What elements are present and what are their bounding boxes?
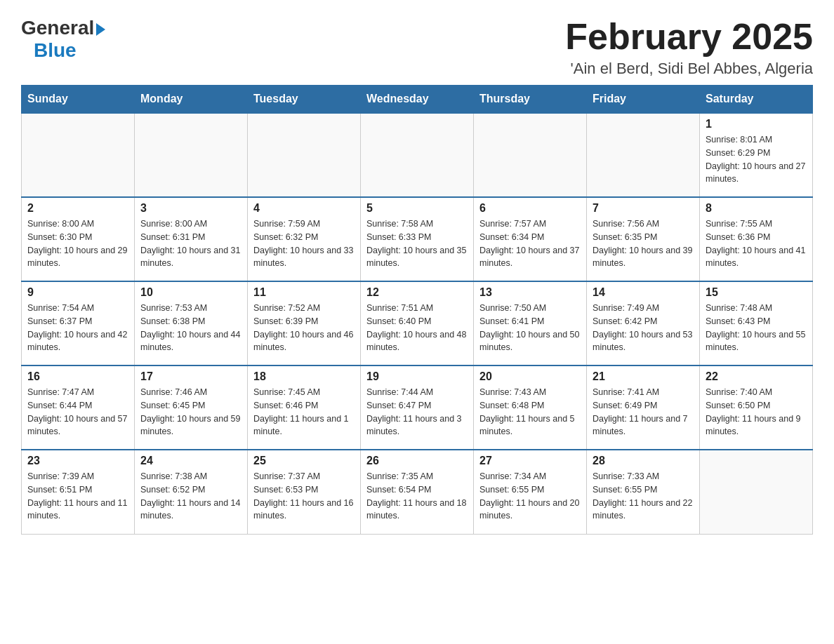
day-number: 3: [140, 202, 241, 215]
calendar-cell: 16Sunrise: 7:47 AMSunset: 6:44 PMDayligh…: [22, 365, 135, 450]
day-info: Sunrise: 8:00 AMSunset: 6:30 PMDaylight:…: [27, 217, 128, 270]
day-info: Sunrise: 8:00 AMSunset: 6:31 PMDaylight:…: [140, 217, 241, 270]
day-info: Sunrise: 7:37 AMSunset: 6:53 PMDaylight:…: [253, 470, 355, 523]
day-number: 7: [593, 202, 694, 215]
calendar-table: Sunday Monday Tuesday Wednesday Thursday…: [21, 85, 813, 535]
day-info: Sunrise: 7:48 AMSunset: 6:43 PMDaylight:…: [706, 302, 807, 354]
col-saturday: Saturday: [700, 86, 813, 114]
day-number: 18: [253, 370, 355, 383]
logo-general-text: General: [21, 17, 94, 39]
calendar-cell: 23Sunrise: 7:39 AMSunset: 6:51 PMDayligh…: [22, 450, 135, 534]
day-number: 5: [366, 202, 468, 215]
day-info: Sunrise: 7:54 AMSunset: 6:37 PMDaylight:…: [27, 302, 128, 354]
day-number: 12: [366, 286, 468, 299]
day-info: Sunrise: 7:57 AMSunset: 6:34 PMDaylight:…: [479, 217, 581, 270]
calendar-cell: 11Sunrise: 7:52 AMSunset: 6:39 PMDayligh…: [248, 281, 361, 365]
day-number: 28: [593, 455, 694, 467]
calendar-week-row-3: 9Sunrise: 7:54 AMSunset: 6:37 PMDaylight…: [22, 281, 813, 365]
day-number: 19: [366, 370, 468, 383]
day-number: 20: [479, 370, 581, 383]
logo: General Blue: [21, 17, 105, 62]
day-info: Sunrise: 7:52 AMSunset: 6:39 PMDaylight:…: [253, 302, 355, 354]
day-number: 8: [706, 202, 807, 215]
col-monday: Monday: [135, 86, 248, 114]
day-info: Sunrise: 7:59 AMSunset: 6:32 PMDaylight:…: [253, 217, 355, 270]
col-tuesday: Tuesday: [248, 86, 361, 114]
calendar-cell: 8Sunrise: 7:55 AMSunset: 6:36 PMDaylight…: [700, 197, 813, 281]
calendar-cell: 7Sunrise: 7:56 AMSunset: 6:35 PMDaylight…: [587, 197, 700, 281]
calendar-cell: [474, 113, 587, 197]
day-info: Sunrise: 7:40 AMSunset: 6:50 PMDaylight:…: [706, 386, 807, 438]
calendar-cell: 25Sunrise: 7:37 AMSunset: 6:53 PMDayligh…: [248, 450, 361, 534]
day-number: 26: [366, 455, 468, 467]
calendar-cell: [361, 113, 474, 197]
calendar-cell: 10Sunrise: 7:53 AMSunset: 6:38 PMDayligh…: [135, 281, 248, 365]
day-info: Sunrise: 7:47 AMSunset: 6:44 PMDaylight:…: [27, 386, 128, 438]
day-info: Sunrise: 7:50 AMSunset: 6:41 PMDaylight:…: [479, 302, 581, 354]
day-info: Sunrise: 7:41 AMSunset: 6:49 PMDaylight:…: [593, 386, 694, 438]
day-number: 6: [479, 202, 581, 215]
calendar-cell: 1Sunrise: 8:01 AMSunset: 6:29 PMDaylight…: [700, 113, 813, 197]
calendar-cell: 27Sunrise: 7:34 AMSunset: 6:55 PMDayligh…: [474, 450, 587, 534]
day-number: 16: [27, 370, 128, 383]
calendar-cell: 17Sunrise: 7:46 AMSunset: 6:45 PMDayligh…: [135, 365, 248, 450]
day-number: 21: [593, 370, 694, 383]
logo-blue-text: Blue: [34, 39, 77, 61]
calendar-week-row-5: 23Sunrise: 7:39 AMSunset: 6:51 PMDayligh…: [22, 450, 813, 534]
calendar-cell: 3Sunrise: 8:00 AMSunset: 6:31 PMDaylight…: [135, 197, 248, 281]
calendar-cell: 2Sunrise: 8:00 AMSunset: 6:30 PMDaylight…: [22, 197, 135, 281]
calendar-cell: 28Sunrise: 7:33 AMSunset: 6:55 PMDayligh…: [587, 450, 700, 534]
day-info: Sunrise: 7:33 AMSunset: 6:55 PMDaylight:…: [593, 470, 694, 523]
calendar-cell: 24Sunrise: 7:38 AMSunset: 6:52 PMDayligh…: [135, 450, 248, 534]
calendar-cell: 19Sunrise: 7:44 AMSunset: 6:47 PMDayligh…: [361, 365, 474, 450]
day-number: 25: [253, 455, 355, 467]
calendar-cell: [135, 113, 248, 197]
day-number: 22: [706, 370, 807, 383]
calendar-cell: [587, 113, 700, 197]
day-number: 13: [479, 286, 581, 299]
day-info: Sunrise: 7:46 AMSunset: 6:45 PMDaylight:…: [140, 386, 241, 438]
day-info: Sunrise: 7:58 AMSunset: 6:33 PMDaylight:…: [366, 217, 468, 270]
calendar-cell: 26Sunrise: 7:35 AMSunset: 6:54 PMDayligh…: [361, 450, 474, 534]
calendar-cell: 9Sunrise: 7:54 AMSunset: 6:37 PMDaylight…: [22, 281, 135, 365]
day-number: 23: [27, 455, 128, 467]
day-info: Sunrise: 7:44 AMSunset: 6:47 PMDaylight:…: [366, 386, 468, 438]
calendar-cell: [700, 450, 813, 534]
day-number: 24: [140, 455, 241, 467]
day-info: Sunrise: 7:49 AMSunset: 6:42 PMDaylight:…: [593, 302, 694, 354]
calendar-cell: 22Sunrise: 7:40 AMSunset: 6:50 PMDayligh…: [700, 365, 813, 450]
calendar-week-row-4: 16Sunrise: 7:47 AMSunset: 6:44 PMDayligh…: [22, 365, 813, 450]
day-info: Sunrise: 8:01 AMSunset: 6:29 PMDaylight:…: [706, 133, 807, 186]
day-info: Sunrise: 7:56 AMSunset: 6:35 PMDaylight:…: [593, 217, 694, 270]
calendar-cell: 14Sunrise: 7:49 AMSunset: 6:42 PMDayligh…: [587, 281, 700, 365]
day-number: 9: [27, 286, 128, 299]
day-number: 27: [479, 455, 581, 467]
calendar-week-row-2: 2Sunrise: 8:00 AMSunset: 6:30 PMDaylight…: [22, 197, 813, 281]
page-header: General Blue February 2025 'Ain el Berd,…: [21, 17, 813, 78]
calendar-cell: 4Sunrise: 7:59 AMSunset: 6:32 PMDaylight…: [248, 197, 361, 281]
calendar-week-row-1: 1Sunrise: 8:01 AMSunset: 6:29 PMDaylight…: [22, 113, 813, 197]
col-sunday: Sunday: [22, 86, 135, 114]
calendar-cell: [248, 113, 361, 197]
day-info: Sunrise: 7:53 AMSunset: 6:38 PMDaylight:…: [140, 302, 241, 354]
calendar-cell: 18Sunrise: 7:45 AMSunset: 6:46 PMDayligh…: [248, 365, 361, 450]
day-number: 1: [706, 118, 807, 130]
day-number: 11: [253, 286, 355, 299]
col-friday: Friday: [587, 86, 700, 114]
col-thursday: Thursday: [474, 86, 587, 114]
day-info: Sunrise: 7:34 AMSunset: 6:55 PMDaylight:…: [479, 470, 581, 523]
calendar-header-row: Sunday Monday Tuesday Wednesday Thursday…: [22, 86, 813, 114]
day-info: Sunrise: 7:51 AMSunset: 6:40 PMDaylight:…: [366, 302, 468, 354]
calendar-cell: 12Sunrise: 7:51 AMSunset: 6:40 PMDayligh…: [361, 281, 474, 365]
day-number: 10: [140, 286, 241, 299]
day-info: Sunrise: 7:43 AMSunset: 6:48 PMDaylight:…: [479, 386, 581, 438]
day-number: 2: [27, 202, 128, 215]
calendar-cell: 21Sunrise: 7:41 AMSunset: 6:49 PMDayligh…: [587, 365, 700, 450]
day-number: 14: [593, 286, 694, 299]
title-block: February 2025 'Ain el Berd, Sidi Bel Abb…: [565, 17, 813, 78]
day-number: 17: [140, 370, 241, 383]
day-info: Sunrise: 7:55 AMSunset: 6:36 PMDaylight:…: [706, 217, 807, 270]
logo-arrow-icon: [96, 23, 105, 36]
calendar-cell: 13Sunrise: 7:50 AMSunset: 6:41 PMDayligh…: [474, 281, 587, 365]
day-info: Sunrise: 7:38 AMSunset: 6:52 PMDaylight:…: [140, 470, 241, 523]
